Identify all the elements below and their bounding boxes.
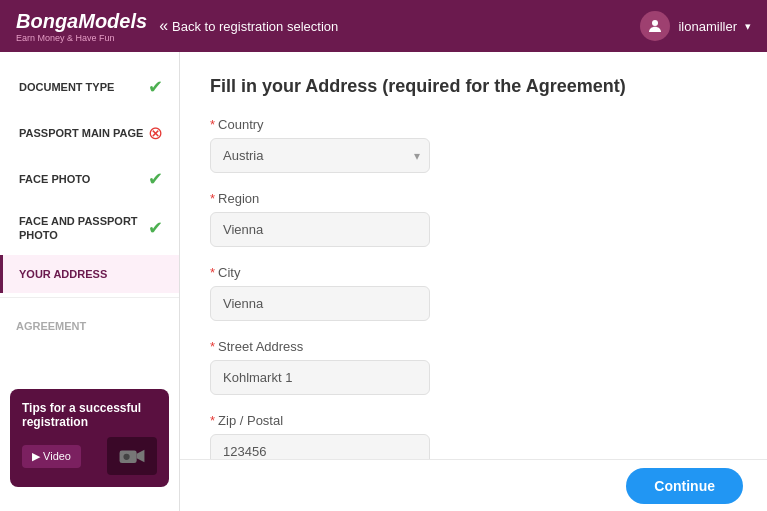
required-star: * [210, 191, 215, 206]
logo-sub: Earn Money & Have Fun [16, 33, 147, 43]
country-label: *Country [210, 117, 737, 132]
sidebar-item-face-passport-photo[interactable]: FACE AND PASSPORT PHOTO ✔ [0, 202, 179, 255]
user-name: ilonamiller [678, 19, 737, 34]
content-area: Fill in your Address (required for the A… [180, 52, 767, 511]
city-field: *City [210, 265, 737, 321]
check-icon: ✔ [148, 217, 163, 239]
sidebar-item-face-photo[interactable]: FACE PHOTO ✔ [0, 156, 179, 202]
circle-icon: ⊗ [148, 122, 163, 144]
required-star: * [210, 413, 215, 428]
camera-icon [107, 437, 157, 475]
country-select-wrapper: Austria [210, 138, 430, 173]
region-input[interactable] [210, 212, 430, 247]
required-star: * [210, 265, 215, 280]
region-field: *Region [210, 191, 737, 247]
sidebar-item-your-address[interactable]: YOUR ADDRESS [0, 255, 179, 293]
check-icon: ✔ [148, 168, 163, 190]
check-icon: ✔ [148, 76, 163, 98]
sidebar-item-passport-main-page[interactable]: PASSPORT MAIN PAGE ⊗ [0, 110, 179, 156]
header-left: BongaModels Earn Money & Have Fun « Back… [16, 10, 338, 43]
main-layout: DOCUMENT TYPE ✔ PASSPORT MAIN PAGE ⊗ FAC… [0, 52, 767, 511]
required-star: * [210, 117, 215, 132]
avatar [640, 11, 670, 41]
street-input[interactable] [210, 360, 430, 395]
logo-text: BongaModels [16, 10, 147, 33]
sidebar-item-document-type[interactable]: DOCUMENT TYPE ✔ [0, 64, 179, 110]
street-field: *Street Address [210, 339, 737, 395]
svg-point-0 [652, 20, 658, 26]
city-input[interactable] [210, 286, 430, 321]
logo-area: BongaModels Earn Money & Have Fun [16, 10, 147, 43]
divider [0, 297, 179, 298]
svg-marker-2 [137, 450, 145, 462]
back-arrow-icon: « [159, 17, 168, 35]
user-area[interactable]: ilonamiller ▾ [640, 11, 751, 41]
zip-label: *Zip / Postal [210, 413, 737, 428]
tips-title: Tips for a successful registration [22, 401, 157, 429]
street-label: *Street Address [210, 339, 737, 354]
required-star: * [210, 339, 215, 354]
region-label: *Region [210, 191, 737, 206]
city-label: *City [210, 265, 737, 280]
agreement-label: AGREEMENT [16, 320, 86, 332]
video-button[interactable]: ▶ Video [22, 445, 81, 468]
back-label: Back to registration selection [172, 19, 338, 34]
sidebar: DOCUMENT TYPE ✔ PASSPORT MAIN PAGE ⊗ FAC… [0, 52, 180, 511]
continue-button[interactable]: Continue [626, 468, 743, 504]
tips-content: ▶ Video [22, 437, 157, 475]
country-field: *Country Austria [210, 117, 737, 173]
form-title: Fill in your Address (required for the A… [210, 76, 737, 97]
agreement-section: AGREEMENT [0, 302, 179, 348]
tips-box: Tips for a successful registration ▶ Vid… [10, 389, 169, 487]
country-select[interactable]: Austria [210, 138, 430, 173]
header: BongaModels Earn Money & Have Fun « Back… [0, 0, 767, 52]
svg-point-3 [123, 454, 129, 460]
chevron-down-icon: ▾ [745, 20, 751, 33]
back-link[interactable]: « Back to registration selection [159, 17, 338, 35]
footer-bar: Continue [180, 459, 767, 511]
